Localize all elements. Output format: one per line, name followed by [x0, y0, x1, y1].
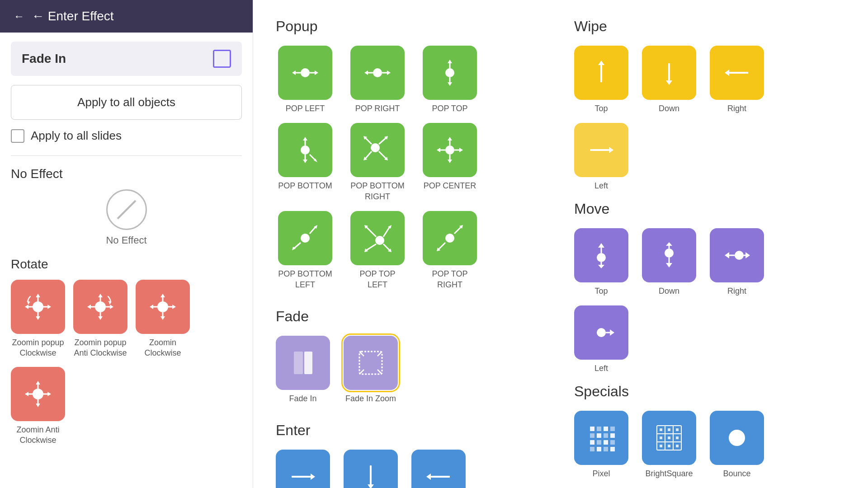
pop-center-button[interactable]	[423, 123, 477, 177]
fade-in-label: Fade In	[289, 394, 316, 404]
fade-in-icon	[213, 50, 231, 68]
pop-bottom-left-button[interactable]	[278, 211, 332, 265]
svg-point-84	[375, 236, 384, 245]
svg-marker-106	[311, 474, 315, 480]
svg-point-61	[371, 143, 380, 152]
no-effect-label: No Effect	[106, 235, 146, 246]
wipe-top-label: Top	[594, 103, 608, 114]
pop-bottom-right-button[interactable]	[350, 123, 405, 177]
pop-top-left-button[interactable]	[350, 211, 405, 265]
svg-rect-159	[668, 428, 670, 431]
svg-marker-114	[666, 80, 672, 85]
zoomin-popup-anticlockwise-label: Zoomin popupAnti Clockwise	[74, 338, 127, 359]
pop-center-label: POP CENTER	[424, 181, 476, 191]
move-left-label: Left	[594, 363, 608, 374]
list-item: Zoomin Clockwise	[136, 280, 190, 359]
apply-slides-checkbox[interactable]	[11, 129, 24, 143]
list-item: Bounce	[710, 411, 764, 479]
pop-left-button[interactable]	[278, 46, 332, 100]
svg-rect-149	[590, 447, 594, 451]
wipe-row-1: Top Down	[574, 46, 845, 114]
svg-marker-43	[315, 70, 318, 75]
pixel-button[interactable]	[574, 411, 628, 465]
bounce-button[interactable]	[710, 411, 764, 465]
move-right-label: Right	[727, 286, 746, 296]
zoomin-clockwise-button[interactable]	[136, 280, 190, 334]
wipe-right-button[interactable]	[710, 46, 764, 100]
left-effects-column: Popup POP LEFT	[276, 18, 547, 488]
bright-square-button[interactable]	[642, 411, 696, 465]
svg-marker-5	[36, 316, 40, 320]
wipe-left-label: Left	[594, 181, 608, 191]
svg-marker-131	[725, 252, 729, 258]
wipe-section-title: Wipe	[574, 18, 845, 35]
no-effect-icon[interactable]	[106, 189, 147, 230]
zoomin-popup-clockwise-label: Zoomin popupClockwise	[12, 338, 64, 359]
zoomin-popup-anticlockwise-button[interactable]	[73, 280, 127, 334]
zoomin-popup-clockwise-button[interactable]	[11, 280, 65, 334]
move-down-label: Down	[659, 286, 679, 296]
svg-line-82	[310, 227, 316, 234]
svg-rect-148	[610, 440, 615, 445]
svg-marker-116	[725, 70, 729, 76]
fade-in-button[interactable]	[276, 336, 330, 390]
apply-all-objects-button[interactable]: Apply to all objects	[11, 85, 242, 120]
svg-rect-142	[597, 433, 601, 438]
list-item: Right	[710, 228, 764, 296]
list-item: Fade In Zoom	[344, 336, 398, 404]
svg-marker-15	[98, 316, 103, 320]
pop-right-button[interactable]	[350, 46, 405, 100]
move-top-button[interactable]	[574, 228, 628, 282]
svg-rect-140	[610, 427, 615, 431]
svg-point-1	[33, 301, 43, 312]
svg-marker-25	[160, 316, 165, 320]
fade-grid: Fade In Fade In Zoom	[276, 336, 547, 404]
svg-rect-162	[668, 436, 670, 439]
move-section-title: Move	[574, 201, 845, 217]
svg-marker-112	[598, 61, 604, 65]
svg-rect-164	[660, 445, 662, 447]
pop-bottom-button[interactable]	[278, 123, 332, 177]
svg-rect-160	[676, 428, 679, 431]
move-right-button[interactable]	[710, 228, 764, 282]
list-item: Zoomin popupClockwise	[11, 280, 65, 359]
move-row-2: Left	[574, 305, 845, 374]
svg-marker-29	[172, 305, 176, 309]
list-item: POP TOP LEFT	[348, 211, 407, 290]
enter-right-button[interactable]	[276, 450, 330, 488]
list-item: Right	[710, 46, 764, 114]
move-down-button[interactable]	[642, 228, 696, 282]
svg-line-96	[439, 243, 445, 249]
enter-grid: Right Down	[276, 450, 547, 488]
pop-top-right-label: POP TOP RIGHT	[423, 269, 477, 290]
pop-top-button[interactable]	[423, 46, 477, 100]
enter-down-button[interactable]	[344, 450, 398, 488]
svg-rect-145	[590, 440, 594, 445]
svg-marker-34	[36, 404, 40, 407]
move-left-button[interactable]	[574, 305, 628, 360]
list-item: POP LEFT	[276, 46, 335, 114]
svg-marker-126	[666, 263, 672, 267]
list-item: POP BOTTOM LEFT	[276, 211, 335, 290]
zoomin-anticlockwise-button[interactable]	[11, 367, 65, 421]
enter-left-button[interactable]	[411, 450, 466, 488]
pop-bottom-right-label: POP BOTTOM RIGHT	[350, 181, 405, 202]
wipe-left-button[interactable]	[574, 123, 628, 177]
wipe-down-button[interactable]	[642, 46, 696, 100]
svg-point-44	[373, 68, 382, 77]
pop-top-right-button[interactable]	[423, 211, 477, 265]
svg-rect-161	[660, 436, 662, 439]
svg-rect-138	[597, 427, 601, 431]
back-arrow-icon[interactable]: ←	[14, 10, 24, 23]
svg-point-11	[95, 301, 106, 312]
fade-in-zoom-button[interactable]	[344, 336, 398, 390]
bright-square-label: BrightSquare	[645, 469, 693, 479]
wipe-row-2: Left	[574, 123, 845, 191]
pixel-label: Pixel	[592, 469, 610, 479]
svg-rect-166	[676, 445, 679, 447]
svg-marker-56	[303, 137, 307, 141]
svg-point-167	[729, 430, 745, 446]
svg-marker-108	[368, 484, 374, 488]
wipe-top-button[interactable]	[574, 46, 628, 100]
svg-rect-158	[660, 428, 662, 431]
